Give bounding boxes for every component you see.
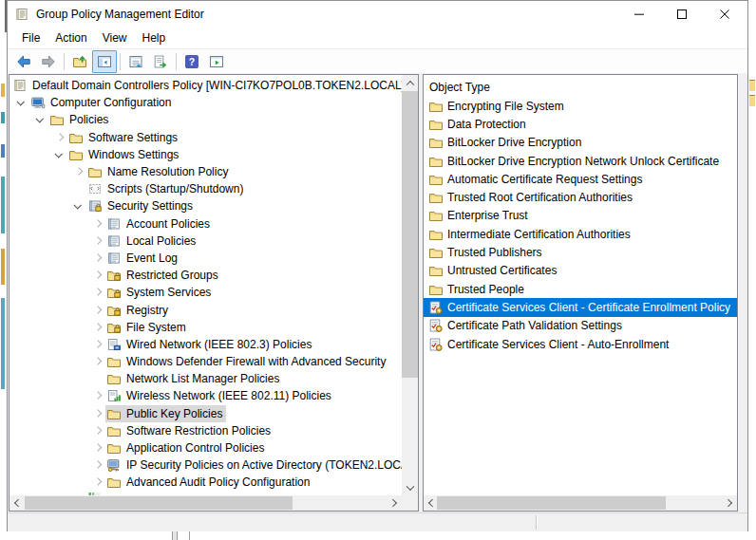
tree-item-label: Windows Defender Firewall with Advanced … <box>126 355 386 368</box>
help-button[interactable] <box>180 50 204 73</box>
tree-item-local-policies[interactable]: Local Policies <box>9 233 402 250</box>
forward-button[interactable] <box>36 50 61 73</box>
chevron-down-icon[interactable] <box>70 197 86 214</box>
list-item-cert-auto-enrollment[interactable]: Certificate Services Client - Auto-Enrol… <box>424 335 737 353</box>
list-item-trusted-people[interactable]: Trusted People <box>424 280 737 298</box>
background-window-fragment <box>189 531 190 540</box>
chevron-right-icon[interactable] <box>89 284 105 301</box>
properties-button[interactable] <box>123 50 148 73</box>
chevron-right-icon[interactable] <box>89 456 105 474</box>
list-item-untrusted-certificates[interactable]: Untrusted Certificates <box>424 262 737 280</box>
folder-icon <box>106 354 122 369</box>
chevron-right-icon[interactable] <box>89 319 105 336</box>
list-item-label: Certificate Path Validation Settings <box>447 319 622 332</box>
scrollbar-thumb[interactable] <box>25 496 293 510</box>
chevron-right-icon[interactable] <box>89 215 105 233</box>
tree-item-ip-security-policies[interactable]: IP Security Policies on Active Directory… <box>9 456 402 474</box>
tree-item-network-list-manager-policies[interactable]: Network List Manager Policies <box>9 370 402 387</box>
scrollbar-corner <box>402 495 418 511</box>
menu-file[interactable]: File <box>14 28 47 48</box>
maximize-button[interactable] <box>660 1 703 28</box>
list-item-enterprise-trust[interactable]: Enterprise Trust <box>424 207 737 225</box>
folder-icon <box>428 135 444 150</box>
chevron-right-icon[interactable] <box>70 163 86 180</box>
tree-vertical-scrollbar[interactable] <box>402 75 418 495</box>
chevron-right-icon[interactable] <box>89 422 105 439</box>
scroll-up-arrow[interactable] <box>402 75 418 91</box>
chevron-right-icon[interactable] <box>89 353 105 370</box>
tree-item-advanced-audit-policy[interactable]: Advanced Audit Policy Configuration <box>9 474 402 491</box>
scrollbar-thumb[interactable] <box>402 91 418 378</box>
chevron-right-icon[interactable] <box>89 336 105 353</box>
menu-view[interactable]: View <box>95 28 135 48</box>
tree-item-name-resolution-policy[interactable]: Name Resolution Policy <box>9 163 402 180</box>
list-item-automatic-certificate-request[interactable]: Automatic Certificate Request Settings <box>424 170 737 188</box>
list-column-header[interactable]: Object Type <box>424 79 737 97</box>
tree-item-restricted-groups[interactable]: Restricted Groups <box>9 267 402 284</box>
tree-item-public-key-policies[interactable]: Public Key Policies <box>9 405 402 422</box>
scroll-right-arrow[interactable] <box>722 495 737 511</box>
up-one-level-button[interactable] <box>67 50 92 73</box>
list-item-trusted-root-cas[interactable]: Trusted Root Certification Authorities <box>424 188 737 206</box>
tree-item-windows-settings[interactable]: Windows Settings <box>9 146 402 163</box>
tree-item-root[interactable]: Default Domain Controllers Policy [WIN-C… <box>9 77 402 94</box>
list-item-trusted-publishers[interactable]: Trusted Publishers <box>424 243 737 261</box>
show-console-tree-icon <box>97 54 112 69</box>
tree-item-security-settings[interactable]: Security Settings <box>9 197 402 214</box>
scroll-left-arrow[interactable] <box>9 495 25 511</box>
chevron-right-icon[interactable] <box>51 129 67 146</box>
list-item-data-protection[interactable]: Data Protection <box>424 115 737 133</box>
scrollbar-thumb[interactable] <box>437 496 666 510</box>
chevron-right-icon[interactable] <box>89 250 105 267</box>
tree-item-windows-defender-firewall[interactable]: Windows Defender Firewall with Advanced … <box>9 353 402 370</box>
folder-icon <box>428 117 444 132</box>
list-item-cert-enrollment-policy[interactable]: Certificate Services Client - Certificat… <box>424 298 737 316</box>
chevron-right-icon[interactable] <box>89 387 105 404</box>
chevron-right-icon[interactable] <box>89 405 105 422</box>
chevron-down-icon[interactable] <box>32 111 48 128</box>
list-item-bitlocker-network-unlock[interactable]: BitLocker Drive Encryption Network Unloc… <box>424 152 737 170</box>
tree-item-wireless-network-policies[interactable]: Wireless Network (IEEE 802.11) Policies <box>9 387 402 404</box>
show-console-tree-button[interactable] <box>92 50 117 73</box>
close-button[interactable] <box>703 1 746 28</box>
tree-item-registry[interactable]: Registry <box>9 301 402 318</box>
chevron-placeholder <box>70 180 86 197</box>
chevron-down-icon[interactable] <box>13 94 29 111</box>
chevron-right-icon[interactable] <box>89 474 105 491</box>
list-item-encrypting-file-system[interactable]: Encrypting File System <box>424 97 737 115</box>
list-horizontal-scrollbar[interactable] <box>424 495 737 511</box>
list-item-intermediate-cas[interactable]: Intermediate Certification Authorities <box>424 225 737 243</box>
new-window-button[interactable] <box>204 50 229 73</box>
list-item-label: Certificate Services Client - Auto-Enrol… <box>447 338 669 351</box>
tree-item-computer-configuration[interactable]: Computer Configuration <box>9 94 402 111</box>
tree-horizontal-scrollbar[interactable] <box>9 495 402 511</box>
up-one-level-icon <box>72 54 87 69</box>
tree-item-system-services[interactable]: System Services <box>9 284 402 301</box>
tree-item-application-control-policies[interactable]: Application Control Policies <box>9 439 402 456</box>
scroll-right-arrow[interactable] <box>387 495 402 511</box>
tree-item-policies[interactable]: Policies <box>9 111 402 128</box>
list-item-cert-path-validation[interactable]: Certificate Path Validation Settings <box>424 317 737 335</box>
menu-help[interactable]: Help <box>135 28 174 48</box>
tree-item-software-restriction-policies[interactable]: Software Restriction Policies <box>9 422 402 439</box>
title-bar[interactable]: Group Policy Management Editor <box>8 1 747 28</box>
tree-item-file-system[interactable]: File System <box>9 319 402 336</box>
menu-action[interactable]: Action <box>47 28 94 48</box>
tree-item-event-log[interactable]: Event Log <box>9 250 402 267</box>
minimize-button[interactable] <box>617 1 660 28</box>
chevron-right-icon[interactable] <box>89 439 105 456</box>
scroll-down-arrow[interactable] <box>402 479 418 495</box>
chevron-right-icon[interactable] <box>89 233 105 250</box>
export-list-button[interactable] <box>148 50 173 73</box>
chevron-down-icon[interactable] <box>51 146 67 163</box>
chevron-right-icon[interactable] <box>89 267 105 284</box>
chevron-right-icon[interactable] <box>89 301 105 318</box>
list-item-bitlocker-drive-encryption[interactable]: BitLocker Drive Encryption <box>424 134 737 152</box>
tree-item-software-settings[interactable]: Software Settings <box>9 129 402 146</box>
background-window-fragment <box>177 531 178 540</box>
tree-item-account-policies[interactable]: Account Policies <box>9 215 402 233</box>
tree-item-label: Event Log <box>126 251 178 265</box>
tree-item-wired-network-policies[interactable]: Wired Network (IEEE 802.3) Policies <box>9 336 402 353</box>
back-button[interactable] <box>11 50 36 73</box>
tree-item-scripts[interactable]: Scripts (Startup/Shutdown) <box>9 180 402 197</box>
